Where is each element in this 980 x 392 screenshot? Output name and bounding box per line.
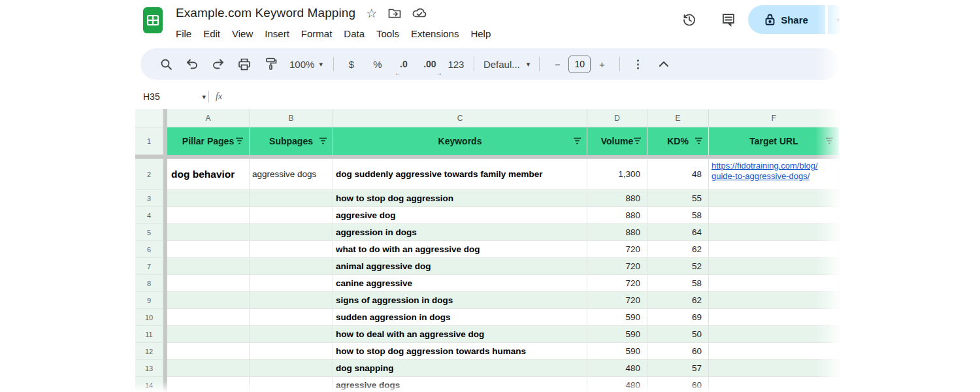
- cell-volume[interactable]: 880: [587, 224, 647, 241]
- row-number[interactable]: 4: [135, 207, 163, 224]
- cell-volume[interactable]: 480: [587, 360, 647, 377]
- cell-target-url[interactable]: [709, 326, 840, 343]
- cell-kd[interactable]: 58: [647, 207, 709, 224]
- cell-subpage[interactable]: [250, 207, 333, 224]
- cell-pillar[interactable]: [167, 258, 250, 275]
- star-icon[interactable]: ☆: [366, 7, 377, 20]
- print-button[interactable]: [233, 53, 255, 75]
- cell-target-url[interactable]: [709, 224, 840, 241]
- cell-pillar[interactable]: [167, 275, 250, 292]
- cell-keyword[interactable]: dog suddenly aggressive towards family m…: [333, 159, 587, 190]
- menu-data[interactable]: Data: [338, 25, 370, 42]
- cell-keyword[interactable]: what to do with an aggressive dog: [333, 241, 587, 258]
- menu-help[interactable]: Help: [465, 25, 497, 42]
- row-number[interactable]: 8: [135, 275, 163, 292]
- comments-icon[interactable]: [721, 12, 736, 27]
- column-header-a[interactable]: A: [167, 109, 250, 127]
- filter-icon[interactable]: [633, 137, 642, 144]
- format-percent-button[interactable]: %: [367, 53, 389, 75]
- undo-button[interactable]: [181, 53, 203, 75]
- cell-subpage[interactable]: [250, 309, 333, 326]
- target-url-link[interactable]: guide-to-aggressive-dogs/: [711, 171, 836, 182]
- cell-pillar[interactable]: [167, 360, 250, 377]
- cell-target-url[interactable]: [709, 241, 840, 258]
- target-url-link[interactable]: https://fidotraining.com/blog/: [711, 161, 836, 171]
- cell-target-url[interactable]: [709, 309, 840, 326]
- cell-keyword[interactable]: how to stop dog aggression: [333, 190, 587, 207]
- more-formats-button[interactable]: 123: [445, 53, 467, 75]
- cell-keyword[interactable]: aggression in dogs: [333, 224, 587, 241]
- cell-subpage[interactable]: [250, 224, 333, 241]
- cell-volume[interactable]: 880: [587, 190, 647, 207]
- cell-kd[interactable]: 52: [647, 258, 709, 275]
- cell-keyword[interactable]: agressive dogs: [333, 377, 587, 392]
- cell-keyword[interactable]: signs of aggression in dogs: [333, 292, 587, 309]
- menu-format[interactable]: Format: [295, 25, 338, 42]
- cell-kd[interactable]: 50: [647, 326, 709, 343]
- cell-kd[interactable]: 69: [647, 309, 709, 326]
- column-header-c[interactable]: C: [333, 109, 587, 127]
- cell-volume[interactable]: 1,300: [587, 159, 647, 190]
- filter-icon[interactable]: [825, 137, 834, 144]
- header-cell-kd[interactable]: KD%: [647, 127, 709, 155]
- header-cell-target-url[interactable]: Target URL: [709, 127, 840, 155]
- cell-keyword[interactable]: dog snapping: [333, 360, 587, 377]
- cell-subpage[interactable]: [250, 360, 333, 377]
- document-title[interactable]: Example.com Keyword Mapping: [176, 6, 355, 20]
- header-cell-keywords[interactable]: Keywords: [333, 127, 587, 155]
- cell-volume[interactable]: 880: [587, 207, 647, 224]
- row-number[interactable]: 7: [135, 258, 163, 275]
- row-number[interactable]: 6: [135, 241, 163, 258]
- filter-icon[interactable]: [573, 137, 581, 144]
- frozen-row-divider[interactable]: [135, 155, 840, 159]
- cell-kd[interactable]: 62: [647, 292, 709, 309]
- cell-pillar[interactable]: [167, 326, 250, 343]
- cell-pillar[interactable]: [167, 377, 250, 392]
- column-header-d[interactable]: D: [587, 109, 647, 127]
- row-number[interactable]: 1: [135, 127, 163, 155]
- move-to-folder-icon[interactable]: [388, 8, 401, 18]
- share-button[interactable]: Share: [748, 5, 825, 34]
- sheets-logo-icon[interactable]: [142, 5, 165, 35]
- cell-volume[interactable]: 720: [587, 292, 647, 309]
- select-all-corner[interactable]: [135, 109, 163, 127]
- hide-menus-button[interactable]: [653, 53, 675, 75]
- cell-kd[interactable]: 58: [647, 275, 709, 292]
- cell-volume[interactable]: 720: [587, 241, 647, 258]
- cell-keyword[interactable]: how to deal with an aggressive dog: [333, 326, 587, 343]
- menu-file[interactable]: File: [170, 25, 197, 42]
- cell-subpage[interactable]: [250, 275, 333, 292]
- frozen-column-divider[interactable]: [163, 109, 167, 392]
- decrease-font-size-button[interactable]: −: [546, 53, 568, 75]
- menu-tools[interactable]: Tools: [370, 25, 405, 42]
- filter-icon[interactable]: [235, 137, 244, 144]
- increase-decimal-button[interactable]: .00 →: [419, 53, 441, 75]
- row-number[interactable]: 12: [135, 343, 163, 360]
- format-currency-button[interactable]: $: [340, 53, 363, 75]
- row-number[interactable]: 9: [135, 292, 163, 309]
- cell-kd[interactable]: 64: [647, 224, 709, 241]
- font-family-control[interactable]: Defaul... ▾: [481, 53, 532, 75]
- cell-volume[interactable]: 720: [587, 258, 647, 275]
- header-cell-subpages[interactable]: Subpages: [250, 127, 333, 155]
- cell-subpage[interactable]: [250, 258, 333, 275]
- cell-target-url[interactable]: [709, 207, 840, 224]
- cell-pillar[interactable]: [167, 309, 250, 326]
- column-header-f[interactable]: F: [709, 109, 840, 127]
- cell-kd[interactable]: 60: [647, 343, 709, 360]
- search-menus-button[interactable]: [155, 53, 177, 75]
- row-number[interactable]: 11: [135, 326, 163, 343]
- column-header-e[interactable]: E: [647, 109, 709, 127]
- name-box[interactable]: H35 ▾: [135, 91, 206, 102]
- cell-pillar[interactable]: [167, 343, 250, 360]
- cloud-status-icon[interactable]: [412, 8, 427, 18]
- increase-font-size-button[interactable]: +: [591, 53, 613, 75]
- row-number[interactable]: 13: [135, 360, 163, 377]
- more-toolbar-options-button[interactable]: ⋮: [627, 53, 649, 75]
- cell-subpage[interactable]: [250, 241, 333, 258]
- cell-volume[interactable]: 720: [587, 275, 647, 292]
- menu-extensions[interactable]: Extensions: [405, 25, 465, 42]
- row-number[interactable]: 2: [135, 159, 163, 190]
- cell-keyword[interactable]: sudden aggression in dogs: [333, 309, 587, 326]
- cell-target-url[interactable]: [709, 343, 840, 360]
